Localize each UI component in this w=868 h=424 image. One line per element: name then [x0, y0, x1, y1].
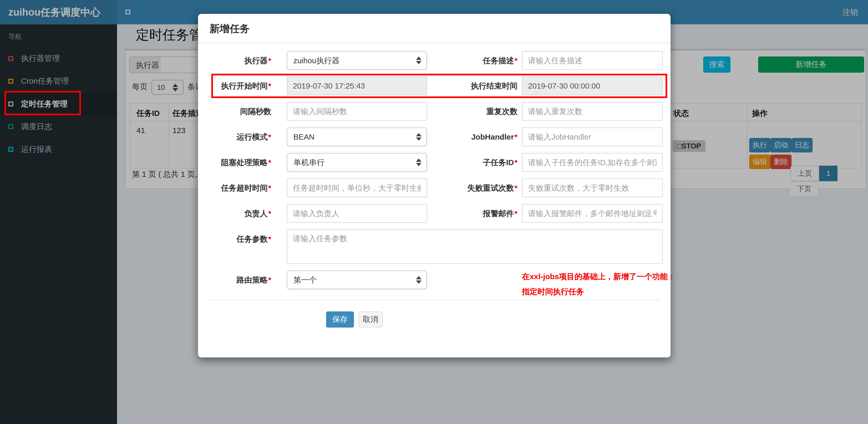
start-time-label: 执行开始时间* — [198, 76, 271, 95]
modal-footer-divider — [209, 300, 659, 300]
repeat-count-input[interactable] — [522, 102, 662, 121]
required-mark: * — [268, 234, 271, 243]
owner-input[interactable] — [287, 204, 427, 223]
note-line-2: 指定时间执行任务 — [522, 287, 671, 297]
executor-label: 执行器* — [198, 51, 271, 70]
required-mark: * — [515, 158, 518, 167]
end-time-label: 执行结束时间 — [407, 76, 518, 95]
select-arrows-icon — [416, 276, 422, 284]
child-jobid-label: 子任务ID* — [407, 153, 518, 172]
run-mode-select[interactable]: BEAN — [287, 127, 427, 146]
interval-label: 间隔秒数 — [198, 102, 271, 121]
modal-title: 新增任务 — [210, 22, 249, 35]
job-desc-label: 任务描述* — [407, 51, 518, 70]
end-time-input[interactable] — [522, 76, 662, 95]
required-mark: * — [268, 209, 271, 218]
start-time-input[interactable] — [287, 76, 427, 95]
job-param-label: 任务参数* — [198, 229, 271, 248]
executor-select[interactable]: zuihou执行器 — [287, 51, 427, 70]
app-root: zuihou任务调度中心 注销 导航 执行器管理 Cron任务管理 定时任务管理… — [0, 0, 868, 424]
modal-header: 新增任务 — [198, 14, 671, 43]
required-mark: * — [268, 183, 271, 192]
required-mark: * — [515, 133, 518, 141]
job-param-textarea[interactable] — [287, 229, 663, 264]
block-strategy-label: 阻塞处理策略* — [198, 153, 271, 172]
required-mark: * — [268, 158, 271, 167]
owner-label: 负责人* — [198, 204, 271, 223]
interval-input[interactable] — [287, 102, 427, 121]
required-mark: * — [268, 275, 271, 284]
timeout-label: 任务超时时间* — [198, 178, 271, 197]
retry-count-label: 失败重试次数* — [407, 178, 518, 197]
run-mode-label: 运行模式* — [198, 127, 271, 146]
required-mark: * — [515, 56, 518, 65]
cancel-button[interactable]: 取消 — [359, 312, 383, 328]
required-mark: * — [268, 81, 271, 90]
repeat-count-label: 重复次数 — [407, 102, 518, 121]
required-mark: * — [268, 133, 271, 141]
add-task-modal: 新增任务 执行器* zuihou执行器 任务描述* 执行开始时间* 执行结束时间… — [198, 14, 671, 357]
jobhandler-input[interactable] — [522, 127, 662, 146]
required-mark: * — [515, 183, 518, 192]
route-strategy-label: 路由策略* — [198, 270, 271, 289]
child-jobid-input[interactable] — [522, 153, 662, 172]
block-strategy-select[interactable]: 单机串行 — [287, 153, 427, 172]
timeout-input[interactable] — [287, 178, 427, 197]
route-strategy-select[interactable]: 第一个 — [287, 270, 427, 289]
alarm-email-input[interactable] — [522, 204, 662, 223]
retry-count-input[interactable] — [522, 178, 662, 197]
alarm-email-label: 报警邮件* — [407, 204, 518, 223]
jobhandler-label: JobHandler* — [407, 127, 518, 146]
note-line-1: 在xxl-jobs项目的基础上，新增了一个功能： — [522, 272, 671, 282]
save-button[interactable]: 保存 — [326, 312, 354, 328]
job-desc-input[interactable] — [522, 51, 662, 70]
required-mark: * — [515, 209, 518, 218]
required-mark: * — [268, 56, 271, 65]
